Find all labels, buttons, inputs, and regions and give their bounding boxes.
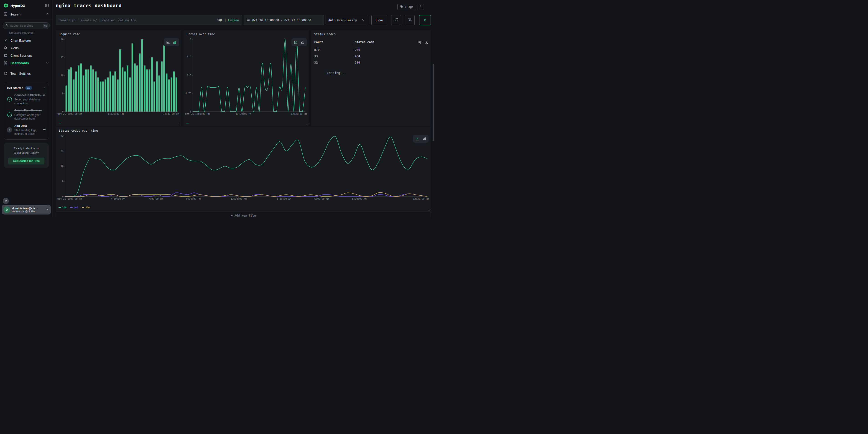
- sidebar-collapse-icon[interactable]: [44, 3, 50, 8]
- event-search-bar: SQL | Lucene: [56, 15, 242, 25]
- svg-text:1.5: 1.5: [187, 74, 191, 77]
- sidebar-item-alerts[interactable]: Alerts: [0, 44, 53, 52]
- svg-text:18: 18: [61, 74, 64, 77]
- status-codes-over-time-chart[interactable]: 08162432Oct 26 1:00:00 PM4:30:00 PM7:00:…: [57, 134, 429, 200]
- resize-handle[interactable]: [428, 209, 430, 210]
- tile-request-rate[interactable]: Request rate 09182736Oct 26 1:00:00 PM11…: [56, 30, 181, 126]
- add-new-tile-button[interactable]: + Add New Tile: [56, 212, 431, 217]
- help-button[interactable]: ?: [3, 198, 9, 204]
- download-icon[interactable]: [425, 40, 428, 45]
- time-range-value: Oct 26 13:00:00 - Oct 27 13:00:00: [252, 19, 311, 22]
- sidebar-item-label: Client Sessions: [10, 54, 33, 57]
- bell-icon: [4, 46, 7, 50]
- scrollbar-thumb[interactable]: [433, 64, 434, 141]
- chart-legend: 200404500: [59, 206, 90, 209]
- user-menu[interactable]: D dominic.tran@clic... dominic.tran@clic…: [2, 205, 51, 215]
- sidebar-item-search[interactable]: Search: [0, 10, 53, 19]
- live-button[interactable]: Live: [371, 15, 387, 25]
- svg-text:36: 36: [61, 38, 64, 41]
- legend-item[interactable]: [59, 123, 62, 123]
- svg-text:12:30:00 PM: 12:30:00 PM: [413, 197, 429, 200]
- saved-searches-field[interactable]: [10, 24, 43, 28]
- promo-line1: Ready to deploy on: [13, 147, 39, 150]
- column-header-status-code[interactable]: Status code: [352, 40, 428, 44]
- legend-item[interactable]: 500: [82, 206, 90, 209]
- sidebar-item-label: Chart Explorer: [10, 39, 31, 42]
- svg-text:3: 3: [190, 38, 191, 41]
- refresh-button[interactable]: [391, 15, 401, 25]
- sidebar-item-team-settings[interactable]: Team Settings: [0, 70, 53, 77]
- errors-chart[interactable]: 00.751.52.33Oct 26 1:00:00 PM11:30:00 PM…: [185, 38, 307, 116]
- chevron-up-icon[interactable]: [46, 12, 49, 16]
- resize-handle[interactable]: [306, 123, 308, 125]
- svg-text:4:30:00 PM: 4:30:00 PM: [111, 197, 125, 200]
- sidebar-item-dashboards[interactable]: Dashboards: [0, 59, 53, 67]
- get-started-step-sources[interactable]: Create Data Sources Configure where your…: [7, 108, 46, 120]
- calendar-icon: [247, 18, 250, 22]
- tags-button[interactable]: 0 Tags: [397, 4, 416, 10]
- sidebar-item-chart-explorer[interactable]: Chart Explorer: [0, 37, 53, 44]
- chevron-right-icon: [46, 208, 49, 212]
- get-started-step-connect[interactable]: Connect to ClickHouse Set up your databa…: [7, 93, 46, 105]
- svg-text:2.3: 2.3: [187, 55, 191, 57]
- nav-spacer: [0, 67, 53, 70]
- chevron-up-icon[interactable]: [43, 86, 46, 90]
- time-range-picker[interactable]: Oct 26 13:00:00 - Oct 27 13:00:00: [244, 15, 324, 25]
- event-search-input[interactable]: [59, 18, 217, 22]
- bar-mode-icon[interactable]: [422, 137, 426, 141]
- legend-swatch: [59, 123, 61, 123]
- tag-icon: [400, 5, 403, 9]
- user-name: dominic.tran@clic...: [12, 207, 44, 210]
- loading-text: Loading...: [327, 71, 346, 75]
- table-row[interactable]: 870200: [314, 46, 428, 53]
- lucene-toggle[interactable]: Lucene: [228, 19, 239, 22]
- sql-toggle[interactable]: SQL: [217, 19, 223, 22]
- svg-text:32: 32: [61, 134, 64, 137]
- tile-title: Errors over time: [186, 32, 215, 36]
- wrap-text-icon[interactable]: [418, 40, 422, 45]
- legend-item[interactable]: 200: [59, 206, 66, 209]
- svg-text:11:30:00 PM: 11:30:00 PM: [236, 113, 252, 115]
- get-started-free-button[interactable]: Get Started for Free: [8, 158, 44, 164]
- chevron-down-icon[interactable]: [46, 61, 49, 65]
- tile-errors-over-time[interactable]: Errors over time 00.751.52.33Oct 26 1:00…: [184, 30, 309, 126]
- app-root: HyperDX Search ⌘K No saved searches: [0, 0, 434, 217]
- legend-item[interactable]: [186, 123, 190, 123]
- avatar: D: [3, 206, 10, 213]
- granularity-select[interactable]: Auto Granularity: [325, 15, 368, 25]
- request-rate-chart[interactable]: 09182736Oct 26 1:00:00 PM11:30:00 PM12:3…: [57, 38, 179, 116]
- line-mode-icon[interactable]: [166, 40, 170, 44]
- sidebar-item-label: Alerts: [10, 46, 19, 50]
- step-number-badge: 3: [7, 127, 12, 132]
- cell-count: 32: [314, 61, 352, 64]
- bar-mode-icon[interactable]: [173, 40, 177, 44]
- tags-label: 0 Tags: [405, 5, 413, 9]
- line-mode-icon[interactable]: [415, 137, 420, 141]
- get-started-step-add-data[interactable]: 3 Add Data Start sending logs, metrics, …: [7, 124, 46, 136]
- table-row[interactable]: 32500: [314, 59, 428, 66]
- table-row[interactable]: 33404: [314, 53, 428, 59]
- tile-status-codes-over-time[interactable]: Status codes over time 08162432Oct 26 1:…: [56, 127, 431, 211]
- resize-handle[interactable]: [179, 123, 180, 125]
- get-started-header[interactable]: Get Started 2/3: [7, 86, 46, 90]
- tile-status-codes[interactable]: Status codes Count Status code 870200334…: [311, 30, 431, 126]
- filter-button[interactable]: [405, 15, 415, 25]
- toggle-divider: |: [224, 19, 226, 22]
- page-title: nginx traces dashboard: [56, 3, 122, 8]
- cell-status-code: 404: [352, 55, 428, 58]
- sidebar-item-client-sessions[interactable]: Client Sessions: [0, 52, 53, 59]
- column-header-count[interactable]: Count: [314, 40, 352, 44]
- svg-text:8: 8: [62, 180, 64, 183]
- legend-label: 404: [74, 206, 78, 209]
- bar-mode-icon[interactable]: [301, 40, 305, 44]
- arrow-right-icon: [42, 128, 46, 132]
- dashboard-menu-button[interactable]: [417, 4, 424, 10]
- legend-item[interactable]: 404: [70, 206, 78, 209]
- run-query-button[interactable]: [419, 15, 431, 25]
- gear-icon: [4, 71, 7, 75]
- svg-text:11:30:00 PM: 11:30:00 PM: [108, 113, 124, 115]
- get-started-card: Get Started 2/3 Connect to ClickHouse Se…: [4, 83, 49, 140]
- saved-searches-input[interactable]: ⌘K: [3, 22, 50, 29]
- get-started-title: Get Started: [7, 86, 24, 90]
- line-mode-icon[interactable]: [294, 40, 298, 44]
